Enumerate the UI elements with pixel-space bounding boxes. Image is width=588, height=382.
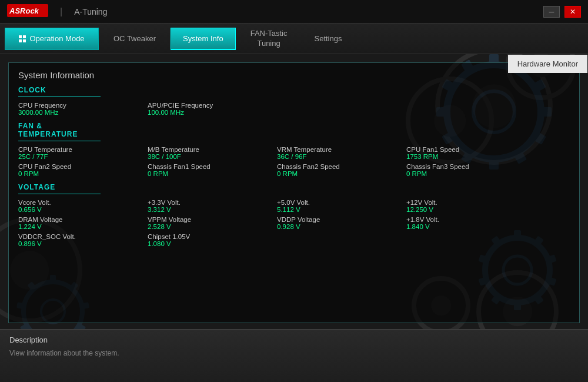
vddcr-soc-item: VDDCR_SOC Volt. 0.896 V [18,233,148,247]
cpu-frequency-value: 3000.00 MHz [18,109,148,116]
vppm-value: 2.528 V [148,223,277,230]
cpu-frequency-item: CPU Frequency 3000.00 MHz [18,102,148,116]
apu-pcie-frequency-item: APU/PCIE Frequency 100.00 MHz [148,102,242,116]
chassis-fan2-label: Chassis Fan2 Speed [277,163,406,170]
cpu-fan2-value: 0 RPM [18,170,148,177]
cpu-temp-item: CPU Temperature 25C / 77F [18,146,148,160]
mb-temp-item: M/B Temperature 38C / 100F [148,146,277,160]
chipset-105v-label: Chipset 1.05V [148,233,277,240]
12v-item: +12V Volt. 12.250 V [406,199,500,213]
description-text: View information about the system. [9,349,579,357]
vrm-temp-item: VRM Temperature 36C / 96F [277,146,406,160]
chipset-105v-value: 1.080 V [148,240,277,247]
dram-label: DRAM Voltage [18,216,148,223]
1v8-label: +1.8V Volt. [406,216,500,223]
close-button[interactable]: ✕ [564,6,581,18]
chassis-fan3-label: Chassis Fan3 Speed [406,163,500,170]
voltage-section-header: VOLTAGE [18,183,101,194]
1v8-item: +1.8V Volt. 1.840 V [406,216,500,230]
sysinfo-title: System Information [18,70,570,80]
chassis-fan1-value: 0 RPM [148,170,277,177]
clock-section-header: CLOCK [18,86,101,97]
tab-operation-mode[interactable]: Operation Mode [5,28,99,50]
asrock-logo: ASRock [7,4,48,19]
cpu-fan1-item: CPU Fan1 Speed 1753 RPM [406,146,500,160]
chassis-fan1-label: Chassis Fan1 Speed [148,163,277,170]
chassis-fan3-item: Chassis Fan3 Speed 0 RPM [406,163,500,177]
title-separator: | [60,6,62,17]
1v8-value: 1.840 V [406,223,500,230]
chipset-105v-item: Chipset 1.05V 1.080 V [148,233,277,247]
vddp-item: VDDP Voltage 0.928 V [277,216,406,230]
5v-item: +5.0V Volt. 5.112 V [277,199,406,213]
cpu-fan2-item: CPU Fan2 Speed 0 RPM [18,163,148,177]
vrm-temp-value: 36C / 96F [277,153,406,160]
apu-pcie-label: APU/PCIE Frequency [148,102,242,109]
vddp-label: VDDP Voltage [277,216,406,223]
vcore-value: 0.656 V [18,206,148,213]
chassis-fan3-value: 0 RPM [406,170,500,177]
vcore-item: Vcore Volt. 0.656 V [18,199,148,213]
clock-row: CPU Frequency 3000.00 MHz APU/PCIE Frequ… [18,102,570,116]
titlebar-controls: ─ ✕ [543,6,581,18]
cpu-temp-value: 25C / 77F [18,153,148,160]
fan-temp-row-1: CPU Temperature 25C / 77F M/B Temperatur… [18,146,570,160]
vddcr-soc-value: 0.896 V [18,240,148,247]
vppm-item: VPPM Voltage 2.528 V [148,216,277,230]
minimize-button[interactable]: ─ [543,6,560,18]
5v-label: +5.0V Volt. [277,199,406,206]
cpu-frequency-label: CPU Frequency [18,102,148,109]
tab-fan-tastic[interactable]: FAN-TasticTuning [238,28,300,50]
main-content: System Information Hardware Monitor CLOC… [0,54,588,329]
cpu-temp-label: CPU Temperature [18,146,148,153]
voltage-row-1: Vcore Volt. 0.656 V +3.3V Volt. 3.312 V … [18,199,570,213]
mb-temp-value: 38C / 100F [148,153,277,160]
apu-pcie-value: 100.00 MHz [148,109,242,116]
vddp-value: 0.928 V [277,223,406,230]
vddcr-soc-label: VDDCR_SOC Volt. [18,233,148,240]
5v-value: 5.112 V [277,206,406,213]
3v3-value: 3.312 V [148,206,277,213]
chassis-fan2-item: Chassis Fan2 Speed 0 RPM [277,163,406,177]
dram-value: 1.224 V [18,223,148,230]
fan-temp-row-2: CPU Fan2 Speed 0 RPM Chassis Fan1 Speed … [18,163,570,177]
mb-temp-label: M/B Temperature [148,146,277,153]
app-title: A-Tuning [74,7,107,16]
cpu-fan2-label: CPU Fan2 Speed [18,163,148,170]
description-title: Description [9,336,579,344]
nav-bar: Operation Mode OC Tweaker System Info FA… [0,24,588,54]
tab-system-info[interactable]: System Info [171,28,236,50]
chassis-fan1-item: Chassis Fan1 Speed 0 RPM [148,163,277,177]
description-bar: Description View information about the s… [0,329,588,382]
dram-item: DRAM Voltage 1.224 V [18,216,148,230]
12v-label: +12V Volt. [406,199,500,206]
vcore-label: Vcore Volt. [18,199,148,206]
vrm-temp-label: VRM Temperature [277,146,406,153]
voltage-row-2: DRAM Voltage 1.224 V VPPM Voltage 2.528 … [18,216,570,230]
vppm-label: VPPM Voltage [148,216,277,223]
cpu-fan1-value: 1753 RPM [406,153,500,160]
tab-oc-tweaker[interactable]: OC Tweaker [101,28,168,50]
voltage-row-3: VDDCR_SOC Volt. 0.896 V Chipset 1.05V 1.… [18,233,570,247]
12v-value: 12.250 V [406,206,500,213]
grid-icon [19,35,26,42]
svg-text:ASRock: ASRock [9,6,39,15]
chassis-fan2-value: 0 RPM [277,170,406,177]
hardware-monitor-button[interactable]: Hardware Monitor [508,55,587,73]
fan-temp-section-header: FAN & TEMPERATURE [18,122,101,141]
sysinfo-panel: System Information Hardware Monitor CLOC… [8,62,580,323]
3v3-label: +3.3V Volt. [148,199,277,206]
3v3-item: +3.3V Volt. 3.312 V [148,199,277,213]
tab-settings[interactable]: Settings [302,28,355,50]
cpu-fan1-label: CPU Fan1 Speed [406,146,500,153]
titlebar: ASRock | A-Tuning ─ ✕ [0,0,588,24]
logo-area: ASRock | A-Tuning [7,4,107,19]
